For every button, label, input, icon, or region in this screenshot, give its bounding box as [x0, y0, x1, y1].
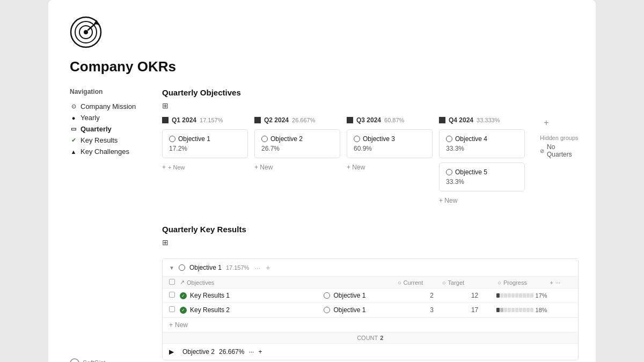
document-icon: ▭: [70, 125, 77, 133]
q4-card-circle-1: [446, 169, 452, 175]
kr1-seg-5: [515, 293, 518, 298]
progress-circle-icon: ○: [497, 279, 501, 286]
header-checkbox[interactable]: [169, 279, 175, 285]
key-results-table: ▼ Objective 1 17.157% ··· + ↗: [162, 258, 579, 360]
app-window: Company OKRs Navigation ⊙ Company Missio…: [48, 0, 596, 362]
obj1-dots[interactable]: ···: [254, 264, 260, 272]
kr2-objectives: ✓ Key Results 2: [180, 306, 324, 314]
obj2-plus[interactable]: +: [258, 348, 262, 356]
q4-card-1[interactable]: Objective 5 33.3%: [439, 162, 525, 191]
th-objectives: ↗ Objectives: [180, 279, 389, 286]
q1-card-0[interactable]: Objective 1 17.2%: [162, 129, 248, 158]
kr1-name[interactable]: Key Results 1: [190, 292, 230, 299]
kr2-progress-bar: [496, 308, 533, 312]
th-target-label: Target: [448, 279, 465, 286]
q3-add-new[interactable]: + New: [347, 162, 433, 172]
q4-card-title-0: Objective 4: [455, 135, 487, 143]
q4-card-pct-1: 33.3%: [446, 178, 518, 186]
kr1-seg-6: [519, 293, 522, 298]
table-row-kr2: ✓ Key Results 2 Objective 1 3 17: [163, 303, 578, 317]
sidebar-label-key-results: Key Results: [80, 136, 118, 144]
svg-point-3: [84, 30, 88, 34]
board-column-q1: Q1 2024 17.157% Objective 1 17.2% +: [162, 116, 248, 205]
sidebar-item-yearly[interactable]: ● Yearly: [70, 112, 145, 123]
more-icon[interactable]: ···: [555, 279, 560, 286]
obj2-dots[interactable]: ···: [248, 348, 254, 356]
q2-label: Q2 2024: [264, 116, 289, 124]
count-label: COUNT: [357, 335, 378, 341]
th-objectives-label: Objectives: [187, 279, 214, 286]
kr2-current: 3: [411, 306, 453, 314]
kr1-obj-circle: [324, 292, 330, 299]
kr2-checkbox[interactable]: [169, 306, 180, 314]
add-new-label: New: [175, 321, 188, 329]
sidebar-item-key-challenges[interactable]: ▲ Key Challenges: [70, 146, 145, 157]
th-progress: ○ Progress: [475, 279, 550, 286]
q2-card-pct: 26.7%: [261, 145, 333, 152]
q2-card-0[interactable]: Objective 2 26.7%: [254, 129, 340, 158]
logo-area: [70, 16, 574, 50]
q4-pct: 33.333%: [477, 117, 500, 123]
circle-filled-icon: ●: [70, 114, 77, 122]
app-logo: [70, 16, 102, 48]
kr2-seg-7: [523, 308, 526, 312]
softgist-logo-icon: S: [70, 358, 79, 362]
kr1-obj-ref: Objective 1: [324, 292, 410, 299]
no-quarters-item[interactable]: ⊘ No Quarters: [540, 143, 579, 158]
kr1-seg-8: [526, 293, 530, 298]
grid-icon-kr: ⊞: [162, 238, 169, 247]
board-column-q4: Q4 2024 33.333% Objective 4 33.3%: [439, 116, 525, 205]
q4-card-circle-0: [446, 136, 452, 142]
q1-card-title: Objective 1: [178, 135, 210, 143]
q3-icon: [347, 117, 353, 123]
q4-card-0[interactable]: Objective 4 33.3%: [439, 129, 525, 158]
col-header-q2: Q2 2024 26.667%: [254, 116, 340, 124]
table-col-headers: ↗ Objectives ○ Current ○ Target ○: [163, 277, 578, 289]
q3-card-0[interactable]: Objective 3 60.9%: [347, 129, 433, 158]
add-column-button[interactable]: +: [540, 116, 553, 129]
th-add: + ···: [550, 279, 572, 286]
kr2-seg-4: [511, 308, 515, 312]
table-row-kr1: ✓ Key Results 1 Objective 1 2 12: [163, 289, 578, 303]
kr2-seg-6: [519, 308, 522, 312]
obj1-label: Objective 1: [189, 264, 222, 271]
th-current: ○ Current: [389, 279, 432, 286]
sidebar-item-key-results[interactable]: ✔ Key Results: [70, 135, 145, 146]
kr2-name[interactable]: Key Results 2: [190, 306, 230, 314]
quarterly-objectives-title: Quarterly Objectives: [162, 88, 579, 97]
toggle-icon-obj2[interactable]: ▶: [169, 348, 174, 356]
toggle-icon-obj1[interactable]: ▼: [169, 265, 174, 271]
q2-card-circle: [261, 136, 268, 142]
sidebar-item-quarterly[interactable]: ▭ Quarterly: [70, 123, 145, 135]
q1-card-circle: [169, 136, 175, 142]
obj2-label: Objective 2: [182, 348, 215, 356]
q1-add-new[interactable]: + + New: [162, 162, 248, 172]
q3-card-circle: [354, 136, 360, 142]
sidebar-label-quarterly: Quarterly: [80, 125, 112, 133]
kr2-check-icon: ✓: [180, 307, 187, 314]
q3-label: Q3 2024: [356, 116, 381, 124]
q4-card-pct-0: 33.3%: [446, 145, 518, 152]
footer: S SoftGist: [70, 358, 106, 362]
sidebar-item-company-mission[interactable]: ⊙ Company Mission: [70, 101, 145, 112]
kr1-checkbox[interactable]: [169, 292, 180, 299]
q4-add-new[interactable]: + New: [439, 196, 525, 205]
target-circle-icon: ○: [442, 279, 446, 286]
add-col-icon[interactable]: +: [550, 279, 553, 286]
kr1-progress: 17%: [496, 292, 572, 299]
q2-pct: 26.667%: [292, 117, 315, 123]
kr1-seg-9: [530, 293, 533, 298]
kr1-current: 2: [411, 292, 453, 299]
kr2-seg-1: [500, 308, 503, 312]
no-quarters-label: No Quarters: [547, 143, 579, 158]
sidebar-label-yearly: Yearly: [80, 114, 100, 122]
q2-card-title: Objective 2: [270, 135, 303, 143]
kr-add-new-btn[interactable]: + New: [163, 317, 578, 332]
col-header-q1: Q1 2024 17.157%: [162, 116, 248, 124]
board-column-q3: Q3 2024 60.87% Objective 3 60.9% + New: [347, 116, 433, 205]
kr-group-header-obj1: ▼ Objective 1 17.157% ··· +: [163, 259, 578, 277]
grid-icon-objectives: ⊞: [162, 101, 169, 110]
obj1-plus[interactable]: +: [266, 263, 270, 272]
q2-add-new[interactable]: + New: [254, 162, 340, 172]
obj1-circle: [179, 264, 185, 271]
